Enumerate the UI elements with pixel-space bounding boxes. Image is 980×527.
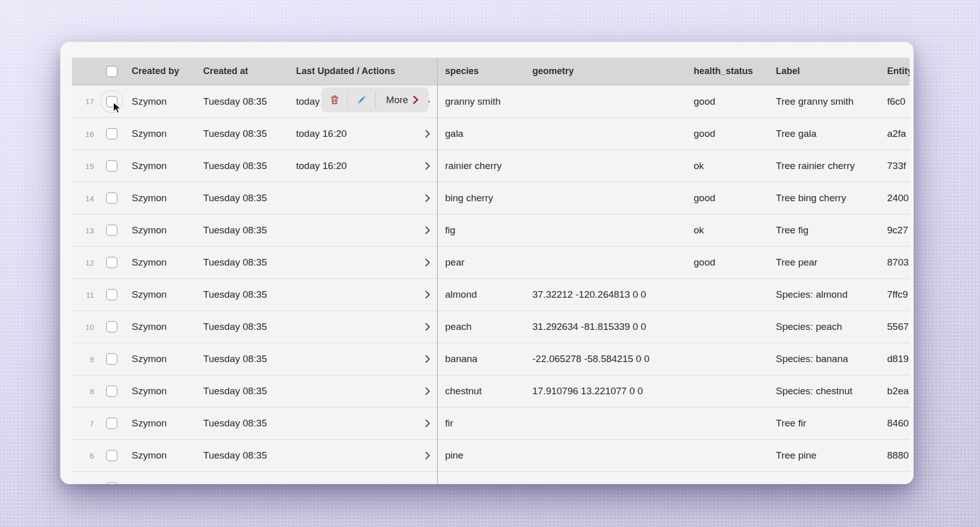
table-row: 17 Szymon Tuesday 08:35 today 16:20 gran… xyxy=(72,85,910,117)
select-all-checkbox[interactable] xyxy=(106,66,117,77)
more-button[interactable]: More xyxy=(376,87,429,112)
row-checkbox[interactable] xyxy=(106,289,117,300)
created-at-cell: Tuesday 08:35 xyxy=(198,128,291,139)
row-checkbox[interactable] xyxy=(106,128,117,139)
chevron-right-icon xyxy=(425,226,430,234)
header-entity: Entity xyxy=(880,66,910,77)
species-cell: peach xyxy=(437,321,526,332)
species-cell: rainier cherry xyxy=(437,160,526,172)
header-health-status: health_status xyxy=(689,66,768,77)
entity-id-cell: 8703 xyxy=(880,257,910,268)
health-status-cell: ok xyxy=(689,160,768,172)
row-checkbox[interactable] xyxy=(106,482,117,484)
row-expand-chevron[interactable] xyxy=(419,226,437,234)
health-status-cell: good xyxy=(689,257,768,268)
row-checkbox-cell xyxy=(97,225,127,236)
row-checkbox[interactable] xyxy=(106,225,117,236)
table-body: 17 Szymon Tuesday 08:35 today 16:20 gran… xyxy=(72,85,910,484)
entity-id-cell: 8880 xyxy=(880,450,910,461)
created-at-cell: Tuesday 08:35 xyxy=(198,353,291,365)
trash-icon xyxy=(330,95,339,105)
row-expand-chevron[interactable] xyxy=(419,355,437,363)
chevron-right-icon xyxy=(425,451,430,460)
table-row: 6 Szymon Tuesday 08:35 pine Tree pine 88… xyxy=(72,439,910,471)
table-row: 11 Szymon Tuesday 08:35 almond 37.32212 … xyxy=(72,278,910,310)
row-number: 8 xyxy=(72,387,97,396)
label-cell: Species: chestnut xyxy=(768,386,880,397)
species-cell: pine xyxy=(437,450,526,461)
table-row: 12 Szymon Tuesday 08:35 pear good Tree p… xyxy=(72,246,910,278)
row-expand-chevron[interactable] xyxy=(419,451,437,460)
row-checkbox[interactable] xyxy=(106,386,117,397)
label-cell: Species: peach xyxy=(768,321,880,332)
row-checkbox[interactable] xyxy=(106,160,117,172)
more-button-label: More xyxy=(386,94,408,106)
created-at-cell: Tuesday 08:35 xyxy=(198,321,291,332)
created-at-cell: Tuesday 08:35 xyxy=(198,289,291,300)
chevron-right-icon xyxy=(425,355,430,363)
row-number: 13 xyxy=(72,226,97,235)
entity-id-cell: 8460 xyxy=(880,418,910,429)
entity-id-cell: 9c27 xyxy=(880,225,910,236)
label-cell: Tree pine xyxy=(768,450,880,461)
chevron-right-icon xyxy=(425,419,430,427)
row-expand-chevron[interactable] xyxy=(419,162,437,170)
header-created-by: Created by xyxy=(127,66,198,77)
created-by-cell: Szymon xyxy=(127,386,198,397)
created-at-cell: Tuesday 08:35 xyxy=(198,160,291,172)
row-expand-chevron[interactable] xyxy=(419,484,437,484)
row-checkbox-cell xyxy=(97,321,127,332)
row-checkbox-cell xyxy=(97,482,127,484)
row-expand-chevron[interactable] xyxy=(419,291,437,299)
created-by-cell: Szymon xyxy=(127,128,198,139)
row-checkbox[interactable] xyxy=(106,353,117,365)
table-row: 8 Szymon Tuesday 08:35 chestnut 17.91079… xyxy=(72,375,910,407)
row-checkbox-cell xyxy=(97,193,127,204)
label-cell: Species: almond xyxy=(768,289,880,300)
row-checkbox[interactable] xyxy=(106,321,117,332)
created-at-cell: Tuesday 08:35 xyxy=(198,193,291,204)
entity-id-cell: d819 xyxy=(880,353,910,365)
row-checkbox-cell xyxy=(97,353,127,365)
header-last-updated: Last Updated / Actions xyxy=(291,66,419,77)
created-by-cell: Szymon xyxy=(127,225,198,236)
geometry-cell: -22.065278 -58.584215 0 0 xyxy=(526,353,689,365)
delete-button[interactable] xyxy=(322,87,347,112)
row-checkbox-cell xyxy=(97,289,127,300)
chevron-right-icon xyxy=(425,194,430,202)
created-at-cell: Tuesday 08:35 xyxy=(198,418,291,429)
mouse-cursor xyxy=(112,102,122,115)
row-expand-chevron[interactable] xyxy=(419,323,437,331)
created-at-cell: Tuesday 08:35 xyxy=(198,96,291,107)
species-cell: fig xyxy=(437,225,526,236)
row-expand-chevron[interactable] xyxy=(419,130,437,138)
row-checkbox[interactable] xyxy=(106,193,117,204)
entity-id-cell: f6c0 xyxy=(880,96,910,107)
table-header-row: Created by Created at Last Updated / Act… xyxy=(72,58,910,85)
row-checkbox[interactable] xyxy=(106,450,117,461)
row-expand-chevron[interactable] xyxy=(419,258,437,267)
label-cell: Tree fir xyxy=(768,418,880,429)
row-checkbox[interactable] xyxy=(106,257,117,268)
chevron-right-icon xyxy=(425,130,430,138)
row-expand-chevron[interactable] xyxy=(419,419,437,427)
created-by-cell: Szymon xyxy=(127,321,198,332)
geometry-cell: 17.910796 13.221077 0 0 xyxy=(526,386,689,397)
chevron-right-icon xyxy=(425,162,430,170)
row-expand-chevron[interactable] xyxy=(419,194,437,202)
created-at-cell: Tuesday 08:35 xyxy=(198,386,291,397)
row-number: 16 xyxy=(72,130,97,138)
species-cell: chestnut xyxy=(437,386,526,397)
chevron-right-icon xyxy=(425,323,430,331)
row-checkbox-cell xyxy=(97,160,127,172)
table-viewport: Created by Created at Last Updated / Act… xyxy=(72,58,910,484)
header-checkbox-cell xyxy=(97,66,127,77)
created-by-cell: Szymon xyxy=(127,450,198,461)
row-expand-chevron[interactable] xyxy=(419,387,437,395)
row-checkbox[interactable] xyxy=(106,418,117,429)
edit-button[interactable] xyxy=(348,87,375,112)
label-cell: Tree rainier cherry xyxy=(768,160,880,172)
label-cell: Tree gala xyxy=(768,128,880,139)
created-by-cell: Szymon xyxy=(127,160,198,172)
created-by-cell: Szymon xyxy=(127,353,198,365)
